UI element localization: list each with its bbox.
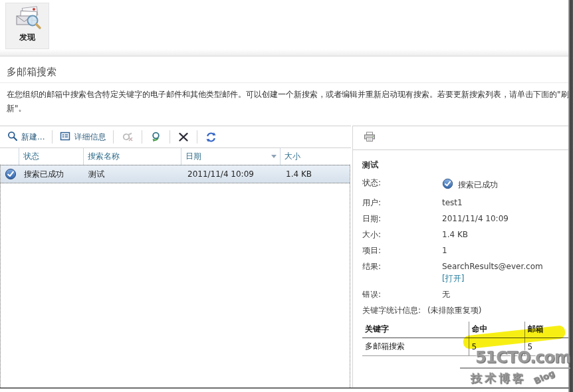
detail-row-results: 结果: SearchResults@ever.com [打开]: [362, 262, 562, 284]
status-check-icon: [442, 178, 453, 192]
column-header-date[interactable]: 日期: [181, 148, 281, 165]
details-label: 详细信息: [74, 132, 106, 143]
page-title: 多邮箱搜索: [7, 66, 57, 78]
window-right-edge: [568, 0, 573, 392]
detail-value: 1: [442, 246, 447, 256]
search-list-pane: 新建... 详细信息: [0, 126, 351, 388]
detail-value: test1: [442, 198, 463, 208]
detail-search-title: 测试: [362, 159, 562, 171]
detail-label: 结果:: [362, 262, 442, 272]
keyword-column-header: 关键字: [362, 322, 469, 338]
detail-value: SearchResults@ever.com [打开]: [442, 262, 562, 284]
keyword-cell: 多邮箱搜索: [362, 338, 469, 356]
sort-descending-icon[interactable]: [271, 155, 277, 158]
detail-value: 2011/11/4 10:09: [442, 214, 509, 224]
keyword-table-header: 关键字 命中 邮箱: [362, 322, 568, 338]
list-header: 状态 搜索名称 日期 大小: [0, 148, 351, 165]
discover-mail-search-icon: [13, 6, 42, 31]
row-date: 2011/11/4 10:09: [182, 169, 281, 179]
detail-label: 关键字统计信息:: [362, 306, 421, 316]
search-details: 测试 状态:: [362, 159, 562, 356]
open-results-link[interactable]: [打开]: [442, 274, 464, 284]
new-search-button[interactable]: 新建...: [0, 126, 52, 147]
detail-value: 1.4 KB: [442, 230, 468, 240]
results-mailbox: SearchResults@ever.com: [442, 262, 543, 271]
detail-label: 大小:: [362, 230, 442, 240]
new-search-icon: [7, 131, 18, 144]
column-header-icon[interactable]: [0, 148, 19, 165]
detail-value: (未排除重复项): [427, 306, 481, 316]
detail-value: 搜索已成功: [442, 178, 498, 192]
pane-bottom-border: [0, 387, 569, 389]
detail-row-size: 大小: 1.4 KB: [362, 230, 562, 240]
search-list-row-selected[interactable]: 搜索已成功 测试 2011/11/4 10:09 1.4 KB: [1, 165, 350, 183]
search-results-list: 搜索已成功 测试 2011/11/4 10:09 1.4 KB: [0, 165, 350, 389]
row-status: 搜索已成功: [20, 169, 84, 180]
detail-label: 状态:: [362, 178, 442, 188]
detail-label: 错误:: [362, 290, 442, 300]
new-search-label: 新建...: [21, 132, 45, 143]
detail-value: 无: [442, 290, 450, 300]
watermark-tech-blog-text: 技术博客: [471, 371, 526, 386]
discover-button-label: 发现: [19, 32, 35, 43]
delete-search-button[interactable]: [170, 126, 197, 147]
row-size: 1.4 KB: [281, 169, 350, 179]
column-header-status[interactable]: 状态: [19, 148, 84, 165]
row-search-name: 测试: [84, 169, 182, 180]
page-description: 在您组织的邮箱中搜索包含特定关键字的电子邮件和其他类型邮件。可以创建一个新搜索，…: [7, 88, 569, 116]
detail-label: 日期:: [362, 214, 442, 224]
column-header-search-name[interactable]: 搜索名称: [84, 148, 181, 165]
detail-row-items: 项目: 1: [362, 246, 562, 256]
detail-label: 用户:: [362, 198, 442, 208]
detail-row-user: 用户: test1: [362, 198, 562, 208]
ribbon: 发现: [0, 0, 573, 56]
details-button[interactable]: 详细信息: [53, 126, 113, 147]
list-toolbar: 新建... 详细信息: [0, 126, 351, 148]
refresh-button[interactable]: [197, 126, 225, 147]
detail-row-errors: 错误: 无: [362, 290, 562, 300]
discovery-search-page: 发现 多邮箱搜索 在您组织的邮箱中搜索包含特定关键字的电子邮件和其他类型邮件。可…: [0, 0, 573, 392]
stop-search-button-disabled: [114, 126, 142, 147]
details-icon: [60, 131, 70, 144]
watermark-51cto-logo: 51CTO.com: [460, 348, 570, 369]
title-divider: [0, 82, 573, 83]
search-succeeded-check-icon: [1, 168, 20, 180]
watermark: 51CTO.com 技术博客 Blog: [460, 348, 570, 386]
details-toolbar: [353, 126, 569, 150]
detail-row-keyword-stats: 关键字统计信息: (未排除重复项): [362, 306, 562, 316]
mailboxes-column-header: 邮箱: [524, 322, 568, 338]
detail-row-date: 日期: 2011/11/4 10:09: [362, 214, 562, 224]
restart-search-button[interactable]: [142, 126, 170, 147]
detail-row-status: 状态: 搜索已成功: [362, 178, 562, 192]
detail-label: 项目:: [362, 246, 442, 256]
hits-column-header: 命中: [469, 322, 524, 338]
discover-button[interactable]: 发现: [5, 3, 49, 49]
watermark-blog-badge: Blog: [532, 368, 556, 386]
print-button[interactable]: [361, 130, 378, 146]
column-header-size[interactable]: 大小: [281, 148, 351, 165]
